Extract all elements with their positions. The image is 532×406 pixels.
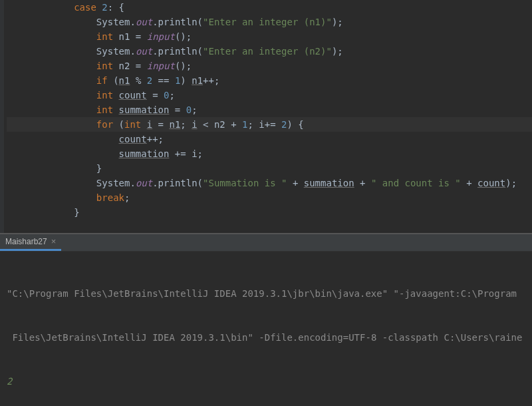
- field-out: out: [136, 178, 152, 188]
- keyword-int: int: [124, 119, 147, 130]
- code-text: n1 =: [119, 31, 147, 42]
- var-summation: summation: [119, 148, 170, 159]
- code-text: );: [332, 46, 343, 57]
- var-n1: n1: [169, 119, 180, 130]
- keyword-int: int: [96, 31, 119, 42]
- code-line[interactable]: int n1 = input();: [7, 29, 532, 44]
- code-text: ++;: [203, 75, 219, 86]
- code-line[interactable]: case 2: {: [7, 0, 532, 15]
- code-line[interactable]: summation += i;: [7, 146, 532, 161]
- field-out: out: [136, 46, 152, 57]
- code-text: =: [147, 90, 164, 101]
- method-call: input: [147, 61, 175, 71]
- var-count: count: [119, 90, 147, 101]
- code-text: ;: [192, 104, 197, 115]
- code-line[interactable]: int n2 = input();: [7, 59, 532, 73]
- code-text: ; i+=: [248, 119, 282, 130]
- editor-gutter: [0, 0, 4, 233]
- code-line[interactable]: System.out.println("Enter an integer (n2…: [7, 44, 532, 59]
- literal-num: 1: [242, 119, 247, 130]
- code-text: ;: [169, 90, 174, 101]
- keyword-int: int: [96, 90, 119, 101]
- literal-num: 2: [102, 2, 107, 13]
- var-i: i: [147, 119, 152, 130]
- var-count: count: [119, 134, 147, 144]
- code-text: ;: [180, 119, 192, 130]
- keyword-for: for: [96, 119, 119, 130]
- keyword-int: int: [96, 104, 119, 115]
- keyword-case: case: [74, 2, 102, 13]
- code-text: +: [287, 178, 303, 188]
- var-count: count: [477, 178, 505, 188]
- code-line[interactable]: System.out.println("Summation is " + sum…: [7, 176, 532, 190]
- keyword-if: if: [96, 75, 113, 86]
- literal-num: 0: [186, 104, 192, 115]
- code-line[interactable]: if (n1 % 2 == 1) n1++;: [7, 73, 532, 88]
- code-text: ();: [175, 31, 192, 42]
- code-text: .println(: [152, 17, 203, 27]
- code-text: ++;: [147, 134, 164, 144]
- code-line-highlighted[interactable]: for (int i = n1; i < n2 + 1; i+= 2) {: [7, 117, 532, 132]
- code-text: System.: [96, 46, 136, 57]
- literal-num: 2: [147, 75, 152, 86]
- code-text: ) {: [287, 119, 304, 130]
- keyword-break: break: [96, 192, 124, 203]
- keyword-int: int: [96, 61, 119, 71]
- console-user-input: 2: [7, 374, 525, 389]
- field-out: out: [136, 17, 152, 27]
- code-line[interactable]: int summation = 0;: [7, 102, 532, 117]
- code-line[interactable]: }: [7, 205, 532, 220]
- code-line[interactable]: count++;: [7, 132, 532, 146]
- code-text: );: [505, 178, 517, 188]
- code-text: ();: [175, 61, 192, 71]
- code-text: : {: [108, 2, 124, 13]
- console-command: Files\JetBrains\IntelliJ IDEA 2019.3.1\b…: [7, 330, 525, 345]
- console-tab[interactable]: Maisharb27 ×: [0, 234, 61, 251]
- var-summation: summation: [304, 178, 354, 188]
- code-line[interactable]: int count = 0;: [7, 88, 532, 102]
- code-text: .println(: [152, 46, 203, 57]
- code-text: n2 =: [119, 61, 147, 71]
- code-text: );: [332, 17, 343, 27]
- code-text: %: [130, 75, 146, 86]
- string-literal: "Summation is ": [203, 178, 287, 188]
- code-text: =: [169, 104, 186, 115]
- code-text: (: [113, 75, 118, 86]
- string-literal: "Enter an integer (n1)": [203, 17, 332, 27]
- console-output[interactable]: "C:\Program Files\JetBrains\IntelliJ IDE…: [0, 252, 532, 406]
- code-line[interactable]: break;: [7, 190, 532, 205]
- code-text: .println(: [152, 178, 203, 188]
- code-text: =: [152, 119, 169, 130]
- code-text: += i;: [169, 148, 203, 159]
- code-text: +: [354, 178, 371, 188]
- var-n1: n1: [192, 75, 203, 86]
- console-command: "C:\Program Files\JetBrains\IntelliJ IDE…: [7, 286, 525, 301]
- code-line[interactable]: System.out.println("Enter an integer (n1…: [7, 15, 532, 29]
- code-text: System.: [96, 178, 136, 188]
- string-literal: "Enter an integer (n2)": [203, 46, 332, 57]
- var-n1: n1: [119, 75, 130, 86]
- close-icon[interactable]: ×: [51, 236, 57, 246]
- var-summation: summation: [119, 104, 170, 115]
- code-line[interactable]: }: [7, 161, 532, 176]
- code-text: (: [119, 119, 124, 130]
- code-text: }: [74, 207, 79, 218]
- literal-num: 2: [281, 119, 287, 130]
- code-text: ): [180, 75, 192, 86]
- code-text: System.: [96, 17, 136, 27]
- method-call: input: [147, 31, 175, 42]
- tab-label: Maisharb27: [5, 237, 47, 246]
- string-literal: " and count is ": [371, 178, 461, 188]
- code-text: ;: [124, 192, 130, 203]
- code-editor[interactable]: case 2: { System.out.println("Enter an i…: [0, 0, 532, 233]
- code-text: +: [461, 178, 477, 188]
- code-text: }: [96, 163, 102, 174]
- code-text: ==: [152, 75, 175, 86]
- code-text: < n2 +: [198, 119, 242, 130]
- var-i: i: [192, 119, 197, 130]
- console-tab-bar: Maisharb27 ×: [0, 234, 532, 252]
